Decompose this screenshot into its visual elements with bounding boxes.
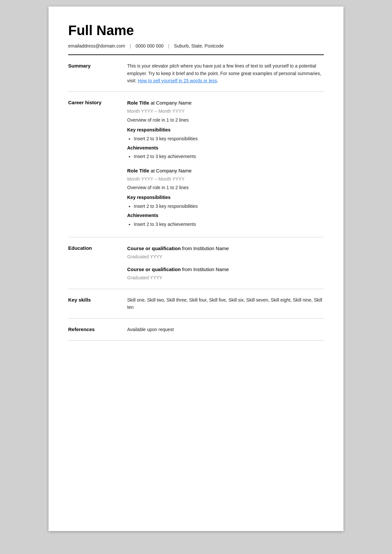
references-section: References Available upon request	[68, 319, 324, 341]
education-section: Education Course or qualification from I…	[68, 237, 324, 289]
summary-content: This is your elevator pitch where you ha…	[127, 62, 324, 84]
job-2-overview: Overview of role in 1 to 2 lines	[127, 184, 324, 191]
list-item: Insert 2 to 3 key responsibilities	[134, 203, 324, 210]
header: Full Name emailaddress@domain.com | 0000…	[68, 23, 324, 55]
summary-label: Summary	[68, 62, 127, 69]
key-skills-content: Skill one, Skill two, Skill three, Skill…	[127, 296, 324, 311]
edu-2-institution: from Institution Name	[182, 267, 229, 272]
job-2-responsibilities-list: Insert 2 to 3 key responsibilities	[127, 203, 324, 210]
career-history-label: Career history	[68, 99, 127, 105]
job-1-responsibilities-heading: Key responsibilities	[127, 126, 324, 133]
skills-text: Skill one, Skill two, Skill three, Skill…	[127, 296, 324, 311]
references-text: Available upon request	[127, 326, 324, 333]
references-label: References	[68, 326, 127, 332]
summary-text-after: .	[217, 78, 218, 83]
list-item: Insert 2 to 3 key achievements	[134, 221, 324, 228]
separator-2: |	[168, 43, 169, 49]
job-2-title: Role Title	[127, 168, 149, 173]
edu-block-2: Course or qualification from Institution…	[127, 266, 324, 281]
email: emailaddress@domain.com	[68, 43, 125, 49]
job-block-1: Role Title at Company Name Month YYYY – …	[127, 99, 324, 160]
references-content: Available upon request	[127, 326, 324, 333]
edu-1-graduated: Graduated YYYY	[127, 253, 324, 260]
job-1-dates: Month YYYY – Month YYYY	[127, 108, 324, 115]
edu-2-title-line: Course or qualification from Institution…	[127, 266, 324, 273]
job-1-responsibilities-list: Insert 2 to 3 key responsibilities	[127, 135, 324, 142]
job-2-company: at Company Name	[150, 168, 191, 173]
job-1-achievements-list: Insert 2 to 3 key achievements	[127, 153, 324, 160]
education-content: Course or qualification from Institution…	[127, 245, 324, 282]
edu-1-qualification: Course or qualification	[127, 246, 181, 251]
list-item: Insert 2 to 3 key responsibilities	[134, 135, 324, 142]
job-block-2: Role Title at Company Name Month YYYY – …	[127, 167, 324, 228]
edu-2-graduated: Graduated YYYY	[127, 274, 324, 281]
contact-bar: emailaddress@domain.com | 0000 000 000 |…	[68, 43, 324, 49]
job-1-title: Role Title	[127, 100, 149, 106]
key-skills-section: Key skills Skill one, Skill two, Skill t…	[68, 289, 324, 319]
job-2-achievements-list: Insert 2 to 3 key achievements	[127, 221, 324, 228]
job-1-title-line: Role Title at Company Name	[127, 99, 324, 107]
edu-2-qualification: Course or qualification	[127, 267, 181, 272]
job-2-responsibilities-heading: Key responsibilities	[127, 194, 324, 201]
summary-link[interactable]: How to sell yourself in 25 words or less	[138, 78, 217, 83]
career-history-content: Role Title at Company Name Month YYYY – …	[127, 99, 324, 230]
edu-block-1: Course or qualification from Institution…	[127, 245, 324, 260]
job-2-achievements-heading: Achievements	[127, 212, 324, 219]
resume-page: Full Name emailaddress@domain.com | 0000…	[49, 7, 343, 531]
job-1-company: at Company Name	[150, 100, 191, 106]
job-2-title-line: Role Title at Company Name	[127, 167, 324, 175]
education-label: Education	[68, 245, 127, 251]
full-name: Full Name	[68, 23, 324, 38]
job-1-achievements-heading: Achievements	[127, 144, 324, 151]
edu-1-title-line: Course or qualification from Institution…	[127, 245, 324, 252]
summary-text: This is your elevator pitch where you ha…	[127, 62, 324, 84]
career-history-section: Career history Role Title at Company Nam…	[68, 92, 324, 237]
edu-1-institution: from Institution Name	[182, 246, 229, 251]
list-item: Insert 2 to 3 key achievements	[134, 153, 324, 160]
phone: 0000 000 000	[135, 43, 164, 49]
separator-1: |	[130, 43, 131, 49]
summary-section: Summary This is your elevator pitch wher…	[68, 55, 324, 92]
location: Suburb, State, Postcode	[174, 43, 224, 49]
job-2-dates: Month YYYY – Month YYYY	[127, 175, 324, 183]
job-1-overview: Overview of role in 1 to 2 lines	[127, 116, 324, 124]
key-skills-label: Key skills	[68, 296, 127, 303]
